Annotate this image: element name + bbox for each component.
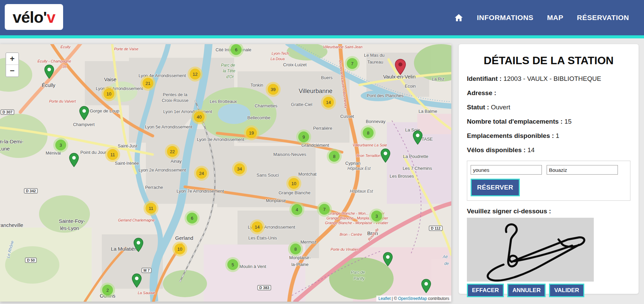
station-marker[interactable]: [69, 153, 79, 167]
marker-cluster-count: 34: [234, 163, 245, 174]
marker-cluster[interactable]: 5: [225, 257, 240, 272]
marker-cluster-count: 19: [246, 127, 257, 138]
marker-cluster[interactable]: 7: [345, 56, 360, 71]
detail-value: 14: [526, 146, 534, 154]
marker-cluster-count: 2: [102, 285, 113, 296]
station-detail-row: Statut : Ouvert: [467, 104, 630, 111]
marker-cluster[interactable]: 11: [144, 201, 158, 216]
marker-cluster[interactable]: 9: [296, 129, 311, 144]
road-shield: D 50: [25, 257, 37, 263]
attribution-separator: | ©: [391, 296, 398, 301]
annuler-button[interactable]: ANNULER: [507, 284, 546, 297]
marker-cluster[interactable]: 10: [172, 242, 187, 256]
detail-label: Identifiant :: [467, 75, 501, 82]
map-attribution: Leaflet | © OpenStreetMap contributors: [376, 296, 451, 302]
nav-link-map[interactable]: MAP: [547, 14, 563, 22]
marker-cluster[interactable]: 24: [194, 166, 209, 181]
marker-cluster[interactable]: 40: [192, 109, 207, 124]
station-marker[interactable]: [133, 238, 144, 252]
nav-link-reservation[interactable]: RÉSERVATION: [577, 14, 629, 22]
accent-divider: [0, 35, 644, 38]
marker-cluster[interactable]: 39: [266, 82, 281, 97]
marker-cluster-count: 7: [347, 58, 358, 69]
zoom-out-button[interactable]: −: [6, 65, 18, 76]
marker-cluster[interactable]: 11: [105, 147, 120, 162]
marker-cluster[interactable]: 21: [140, 76, 155, 91]
home-icon[interactable]: [454, 13, 463, 22]
station-marker[interactable]: [380, 148, 391, 163]
attribution-suffix: contributors: [427, 296, 449, 301]
road-shield: D 112: [429, 226, 443, 231]
signature-canvas[interactable]: [467, 218, 594, 282]
marker-cluster[interactable]: 14: [321, 95, 336, 110]
marker-cluster[interactable]: 12: [188, 67, 203, 82]
marker-cluster[interactable]: 2: [100, 283, 115, 298]
selected-station-marker[interactable]: [395, 59, 406, 75]
marker-cluster-count: 14: [252, 221, 263, 232]
station-marker[interactable]: [132, 273, 142, 288]
marker-cluster-count: 24: [196, 168, 207, 179]
nav-link-informations[interactable]: INFORMATIONS: [477, 14, 534, 22]
marker-cluster-count: 40: [194, 111, 205, 122]
leaflet-map[interactable]: VilleurbanneVaulx-en-VelinBronOullinsÉcu…: [0, 44, 451, 302]
road-shield: M 7: [141, 268, 152, 273]
velov-logo[interactable]: vélo'v: [5, 4, 63, 30]
openstreetmap-link[interactable]: OpenStreetMap: [398, 296, 427, 301]
road-shield: D 342: [24, 188, 38, 194]
marker-cluster-count: 3: [55, 140, 66, 150]
marker-cluster[interactable]: 19: [244, 125, 259, 140]
marker-cluster[interactable]: 3: [369, 209, 384, 223]
marker-cluster-count: 11: [107, 149, 118, 160]
valider-button[interactable]: VALIDER: [549, 284, 584, 297]
zoom-in-button[interactable]: +: [6, 53, 18, 65]
panel-title: DÉTAILS DE LA STATION: [467, 54, 630, 67]
marker-cluster-count: 9: [298, 131, 309, 142]
effacer-button[interactable]: EFFACER: [467, 284, 504, 297]
marker-cluster[interactable]: 7: [317, 202, 332, 217]
marker-cluster-count: 39: [268, 84, 279, 95]
station-detail-row: Identifiant : 12003 - VAULX - BIBLIOTHEQ…: [467, 75, 630, 83]
marker-cluster[interactable]: 10: [101, 86, 116, 101]
lastname-input[interactable]: [547, 165, 618, 175]
detail-value: 12003 - VAULX - BIBLIOTHEQUE: [501, 75, 601, 82]
station-detail-row: Vélos disponibles : 14: [467, 146, 630, 154]
signature-buttons: EFFACERANNULERVALIDER: [467, 284, 630, 297]
marker-cluster-count: 3: [371, 211, 382, 221]
marker-cluster-count: 12: [190, 69, 201, 79]
station-marker[interactable]: [413, 130, 423, 145]
marker-cluster[interactable]: 8: [361, 125, 376, 140]
road-shield: D 307: [0, 109, 14, 115]
road-shield: D 383: [257, 285, 271, 290]
marker-cluster[interactable]: 10: [286, 176, 301, 191]
marker-cluster-count: 6: [187, 213, 197, 223]
detail-value: 1: [554, 132, 560, 139]
marker-cluster[interactable]: 4: [289, 202, 304, 217]
leaflet-link[interactable]: Leaflet: [378, 296, 391, 301]
marker-cluster[interactable]: 22: [165, 144, 180, 159]
marker-cluster-count: 14: [323, 97, 334, 108]
marker-cluster[interactable]: 3: [53, 138, 68, 153]
firstname-input[interactable]: [471, 165, 542, 175]
zoom-control: + −: [5, 52, 19, 77]
marker-cluster[interactable]: 34: [232, 161, 247, 176]
marker-cluster-count: 10: [103, 88, 114, 99]
station-details-panel: DÉTAILS DE LA STATION Identifiant : 1200…: [459, 44, 639, 294]
detail-label: Emplacements disponibles :: [467, 132, 554, 139]
signature-stroke: [488, 225, 584, 281]
marker-cluster[interactable]: 6: [185, 211, 200, 226]
station-marker[interactable]: [79, 106, 89, 120]
detail-value: 15: [563, 118, 571, 125]
station-detail-row: Emplacements disponibles : 1: [467, 132, 630, 140]
marker-cluster[interactable]: 8: [327, 149, 342, 164]
marker-cluster[interactable]: 14: [250, 219, 265, 234]
station-marker[interactable]: [421, 279, 431, 293]
marker-cluster[interactable]: 8: [288, 242, 303, 256]
marker-cluster-count: 10: [174, 244, 185, 254]
station-marker[interactable]: [44, 65, 54, 79]
marker-cluster-count: 7: [319, 204, 330, 215]
reserver-button[interactable]: RÉSERVER: [471, 179, 520, 196]
station-marker[interactable]: [383, 252, 393, 266]
station-detail-row: Adresse :: [467, 89, 630, 97]
marker-cluster-count: 10: [288, 178, 299, 189]
detail-value: Ouvert: [489, 104, 510, 111]
